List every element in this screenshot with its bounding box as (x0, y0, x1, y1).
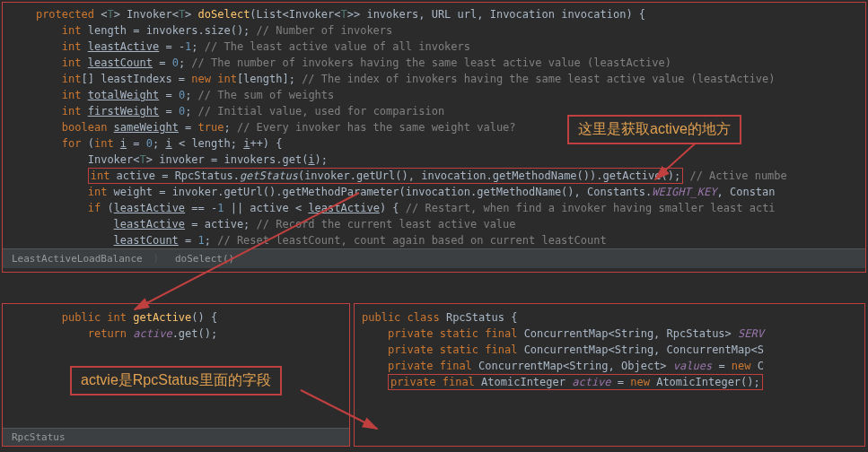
code-panel-bottom-right: public class RpcStatus { private static … (354, 303, 865, 447)
code-line[interactable]: int active = RpcStatus.getStatus(invoker… (3, 168, 865, 184)
code-line[interactable]: private final AtomicInteger active = new… (355, 374, 864, 390)
code-line[interactable]: private static final ConcurrentMap<Strin… (355, 342, 864, 358)
breadcrumb[interactable]: LeastActiveLoadBalance 〉 doSelect() (3, 248, 865, 268)
code-line[interactable]: Invoker<T> invoker = invokers.get(i); (3, 152, 865, 168)
breadcrumb-item[interactable]: LeastActiveLoadBalance (12, 253, 143, 265)
breadcrumb-item[interactable]: RpcStatus (12, 431, 66, 443)
chevron-right-icon: 〉 (153, 253, 163, 265)
code-line[interactable]: leastCount = 1; // Reset leastCount, cou… (3, 232, 865, 248)
code-block[interactable]: public class RpcStatus { private static … (355, 304, 864, 390)
code-line[interactable]: int leastCount = 0; // The number of inv… (3, 55, 865, 71)
code-line[interactable]: protected <T> Invoker<T> doSelect(List<I… (3, 6, 865, 22)
code-line[interactable]: if (leastActive == -1 || active < leastA… (3, 200, 865, 216)
annotation-label: 这里是获取active的地方 (567, 115, 741, 144)
code-line[interactable]: int length = invokers.size(); // Number … (3, 22, 865, 39)
annotation-label: actvie是RpcStatus里面的字段 (70, 366, 282, 396)
code-line[interactable]: private static final ConcurrentMap<Strin… (355, 326, 864, 342)
code-line[interactable]: leastActive = active; // Record the curr… (3, 216, 865, 232)
code-line[interactable]: return active.get(); (3, 326, 349, 342)
code-line[interactable]: private final ConcurrentMap<String, Obje… (355, 358, 864, 374)
highlight-box: int active = RpcStatus.getStatus(invoker… (88, 168, 683, 184)
code-line[interactable]: public int getActive() { (3, 309, 349, 326)
code-block[interactable]: public int getActive() { return active.g… (3, 304, 349, 342)
code-line[interactable]: int leastActive = -1; // The least activ… (3, 39, 865, 55)
breadcrumb[interactable]: RpcStatus (3, 428, 349, 446)
code-line[interactable]: public class RpcStatus { (355, 309, 864, 326)
code-line[interactable]: int weight = invoker.getUrl().getMethodP… (3, 184, 865, 200)
code-line[interactable]: int[] leastIndexs = new int[length]; // … (3, 71, 865, 87)
highlight-box: private final AtomicInteger active = new… (388, 374, 763, 390)
code-line[interactable]: int totalWeight = 0; // The sum of weigh… (3, 87, 865, 103)
breadcrumb-item[interactable]: doSelect() (175, 253, 234, 265)
